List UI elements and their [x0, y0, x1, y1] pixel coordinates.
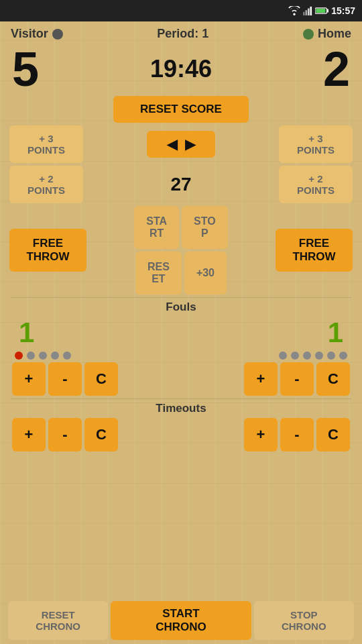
plus3-row: + 3POINTS ◀ ▶ + 3POINTS	[5, 125, 357, 163]
svg-rect-3	[310, 7, 312, 15]
arrow-right-icon: ▶	[185, 136, 195, 152]
visitor-score: 5	[12, 45, 39, 93]
svg-rect-6	[316, 9, 325, 13]
header-row: Visitor Period: 1 Home	[5, 25, 357, 42]
fouls-numbers-row: 1 1	[5, 317, 357, 349]
svg-rect-1	[306, 10, 308, 15]
foul-buttons-row: + - C + - C	[5, 362, 357, 396]
home-timeout-controls: + - C	[244, 418, 350, 451]
score-row: 5 19:46 2	[5, 45, 357, 93]
period-display: Period: 1	[157, 27, 208, 41]
home-timeout-clear[interactable]: C	[316, 418, 350, 451]
home-score: 2	[323, 45, 350, 93]
visitor-timeout-minus[interactable]: -	[48, 418, 82, 451]
visitor-plus2-button[interactable]: + 2POINTS	[9, 166, 83, 203]
visitor-timeout-controls: + - C	[12, 418, 118, 451]
arrow-period-button[interactable]: ◀ ▶	[147, 131, 215, 158]
arrow-left-icon: ◀	[167, 136, 177, 152]
game-timer: 19:46	[150, 55, 212, 83]
start-button[interactable]: START	[134, 206, 179, 249]
foul-dots-row	[5, 352, 357, 360]
home-label: Home	[303, 27, 351, 41]
battery-icon	[315, 7, 328, 15]
divider1	[11, 297, 351, 298]
home-dot	[303, 29, 314, 40]
svg-rect-0	[303, 12, 305, 15]
visitor-dot-3	[39, 352, 47, 360]
status-bar: 15:57	[0, 0, 362, 21]
visitor-foul-clear[interactable]: C	[84, 362, 118, 396]
arrow-controls: ◀ ▶	[147, 131, 215, 158]
start-chrono-button[interactable]: STARTCHRONO	[111, 601, 251, 640]
reset-timer-button[interactable]: RESET	[135, 252, 182, 294]
clock: 15:57	[331, 5, 355, 16]
reset-chrono-button[interactable]: RESETCHRONO	[8, 601, 108, 640]
home-free-throw-button[interactable]: FREETHROW	[276, 229, 353, 272]
timeouts-header: Timeouts	[5, 402, 357, 415]
stop-chrono-button[interactable]: STOPCHRONO	[254, 601, 354, 640]
reset-score-button[interactable]: RESET SCORE	[113, 96, 249, 123]
possession-display: 27	[83, 174, 279, 195]
visitor-fouls-count: 1	[19, 317, 34, 349]
home-foul-controls: + - C	[244, 362, 350, 396]
visitor-foul-controls: + - C	[12, 362, 118, 396]
visitor-dot-5	[63, 352, 71, 360]
home-dot-3	[303, 352, 311, 360]
home-dot-2	[291, 352, 299, 360]
home-plus2-button[interactable]: + 2POINTS	[279, 166, 353, 203]
home-timeout-plus[interactable]: +	[244, 418, 278, 451]
visitor-dot	[52, 29, 63, 40]
visitor-timeout-clear[interactable]: C	[84, 418, 118, 451]
svg-rect-2	[308, 9, 310, 16]
home-foul-plus[interactable]: +	[244, 362, 278, 396]
visitor-foul-plus[interactable]: +	[12, 362, 46, 396]
visitor-dot-2	[27, 352, 35, 360]
home-dot-1	[279, 352, 287, 360]
visitor-plus3-button[interactable]: + 3POINTS	[9, 125, 83, 163]
home-dot-5	[327, 352, 335, 360]
visitor-foul-minus[interactable]: -	[48, 362, 82, 396]
visitor-dot-1	[15, 352, 23, 360]
home-dot-4	[315, 352, 323, 360]
status-icons: 15:57	[288, 5, 355, 16]
home-foul-dots	[279, 352, 347, 360]
visitor-free-throw-button[interactable]: FREETHROW	[9, 229, 86, 272]
main-content: Visitor Period: 1 Home 5 19:46 2 RESET S…	[0, 21, 362, 644]
home-foul-minus[interactable]: -	[280, 362, 314, 396]
visitor-foul-dots	[15, 352, 71, 360]
fouls-header: Fouls	[5, 301, 357, 314]
stop-button[interactable]: STOP	[182, 206, 228, 249]
signal-icon	[303, 6, 312, 15]
timeout-buttons-row: + - C + - C	[5, 418, 357, 451]
reset-score-row: RESET SCORE	[5, 96, 357, 123]
home-fouls-count: 1	[328, 317, 343, 349]
home-dot-6	[339, 352, 347, 360]
wifi-icon	[288, 6, 300, 15]
divider2	[11, 398, 351, 399]
home-foul-clear[interactable]: C	[316, 362, 350, 396]
plus30-button[interactable]: +30	[184, 252, 227, 294]
visitor-timeout-plus[interactable]: +	[12, 418, 46, 451]
home-timeout-minus[interactable]: -	[280, 418, 314, 451]
home-plus3-button[interactable]: + 3POINTS	[279, 125, 353, 163]
chrono-row: RESETCHRONO STARTCHRONO STOPCHRONO	[5, 601, 357, 640]
plus2-row: + 2POINTS 27 + 2POINTS	[5, 166, 357, 203]
visitor-label: Visitor	[11, 27, 63, 41]
svg-rect-5	[327, 9, 329, 13]
visitor-dot-4	[51, 352, 59, 360]
